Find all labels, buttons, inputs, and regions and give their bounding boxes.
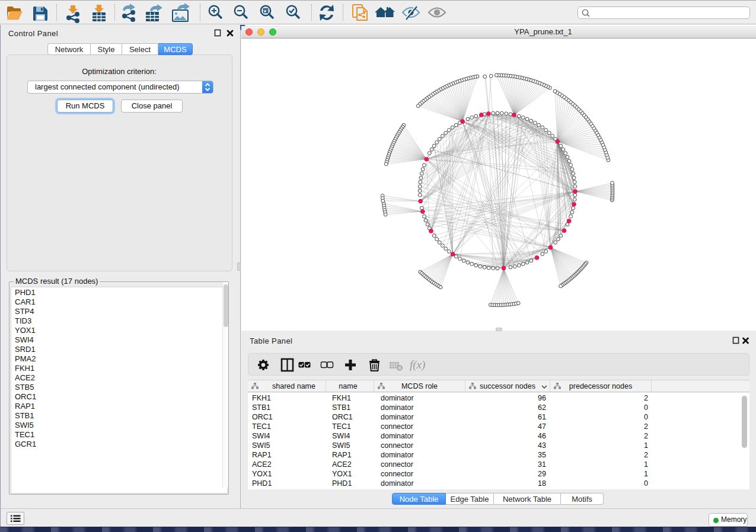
svg-text:f(x): f(x) (410, 358, 425, 371)
